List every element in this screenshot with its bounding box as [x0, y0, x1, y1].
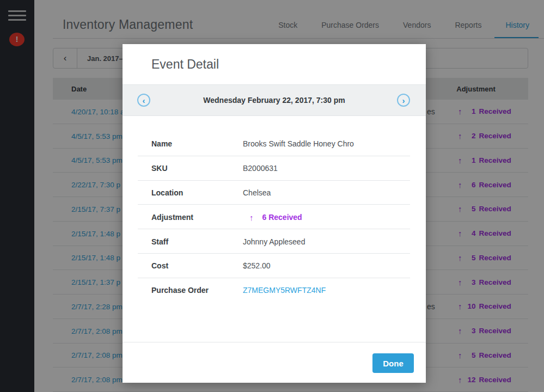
- event-detail-modal: Event Detail Wednesday February 22, 2017…: [123, 44, 426, 383]
- purchase-order-link[interactable]: Z7MEGMY5RWFTZ4NF: [243, 286, 326, 295]
- modal-title: Event Detail: [151, 57, 219, 72]
- field-label: Adjustment: [151, 213, 193, 222]
- field-row: Cost $252.00: [123, 254, 426, 278]
- modal-header: Event Detail: [123, 44, 426, 84]
- field-value: B2000631: [243, 164, 278, 173]
- prev-event-button[interactable]: ‹: [137, 94, 150, 107]
- screen: ! Inventory Management StockPurchase Ord…: [0, 0, 544, 392]
- event-nav-bar: Wednesday February 22, 2017, 7:30 pm ‹ ›: [123, 84, 426, 116]
- field-value: ↑ 6 Received: [243, 212, 302, 222]
- field-value: Chelsea: [243, 188, 271, 197]
- field-value: $252.00: [243, 261, 271, 270]
- field-row: Purchase Order Z7MEGMY5RWFTZ4NF: [123, 278, 426, 303]
- field-value: Brooks Swift Saddle Honey Chro: [243, 139, 354, 148]
- done-button[interactable]: Done: [372, 353, 414, 373]
- field-label: Name: [151, 139, 172, 148]
- field-value: Johnny Appleseed: [243, 237, 305, 246]
- field-label: SKU: [151, 164, 168, 173]
- field-row: Name Brooks Swift Saddle Honey Chro: [123, 132, 426, 156]
- field-label: Cost: [151, 261, 168, 270]
- arrow-up-icon: ↑: [249, 212, 254, 222]
- event-fields: Name Brooks Swift Saddle Honey Chro SKU …: [123, 116, 426, 303]
- field-label: Purchase Order: [151, 286, 209, 295]
- modal-footer: Done: [123, 342, 426, 383]
- field-label: Staff: [151, 237, 168, 246]
- next-event-button[interactable]: ›: [397, 94, 410, 107]
- field-label: Location: [151, 188, 183, 197]
- event-datetime: Wednesday February 22, 2017, 7:30 pm: [123, 96, 426, 105]
- field-row: Adjustment ↑ 6 Received: [123, 205, 426, 229]
- field-row: Location Chelsea: [123, 181, 426, 205]
- field-row: SKU B2000631: [123, 156, 426, 181]
- field-row: Staff Johnny Appleseed: [123, 229, 426, 254]
